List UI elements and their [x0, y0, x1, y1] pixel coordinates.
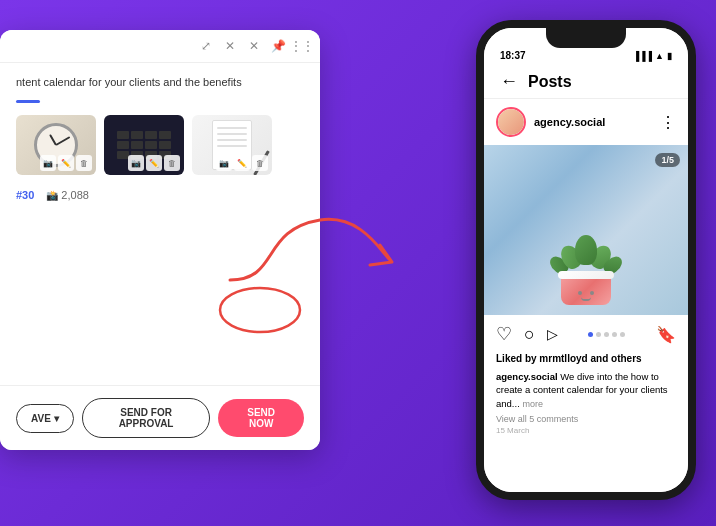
posts-title: Posts — [528, 73, 672, 91]
main-scene: ⤢ ✕ ✕ 📌 ⋮⋮ ntent calendar for your clien… — [0, 0, 716, 526]
send-now-button[interactable]: SEND NOW — [218, 399, 304, 437]
edit-icon-3[interactable]: ✏️ — [234, 155, 250, 171]
back-button[interactable]: ← — [500, 71, 518, 92]
more-options-icon[interactable]: ⋮ — [660, 113, 676, 132]
share-icon[interactable]: ▷ — [547, 326, 558, 342]
status-icons: ▐▐▐ ▲ ▮ — [633, 51, 672, 61]
image-clock: 📷 ✏️ 🗑 — [16, 115, 96, 175]
dot-4 — [612, 332, 617, 337]
phone-notch — [546, 28, 626, 48]
instagram-stat: 📸 2,088 — [46, 189, 89, 201]
carousel-dots — [570, 332, 644, 337]
post-caption: agency.social We dive into the how to cr… — [484, 368, 688, 414]
save-button[interactable]: AVE ▾ — [16, 404, 74, 433]
svg-point-0 — [220, 288, 300, 332]
desktop-toolbar: ⤢ ✕ ✕ 📌 ⋮⋮ — [0, 30, 320, 63]
pot-eye-left — [578, 291, 582, 295]
instagram-value: 2,088 — [61, 189, 89, 201]
dot-1 — [588, 332, 593, 337]
more-link[interactable]: more — [522, 399, 543, 409]
instagram-header: ← Posts — [484, 65, 688, 99]
leaf-center — [575, 235, 597, 265]
phone-screen: 18:37 ▐▐▐ ▲ ▮ ← Posts — [484, 28, 688, 492]
send-approval-button[interactable]: SEND FOR APPROVAL — [82, 398, 210, 438]
image-notebook: 📷 ✏️ 🗑 — [192, 115, 272, 175]
caption-username: agency.social — [496, 371, 558, 382]
post-header: agency.social ⋮ — [484, 99, 688, 145]
image-keyboard: 📷 ✏️ 🗑 — [104, 115, 184, 175]
edit-icon[interactable]: ✏️ — [58, 155, 74, 171]
heart-icon[interactable]: ♡ — [496, 323, 512, 345]
plant-illustration — [561, 275, 611, 305]
dot-3 — [604, 332, 609, 337]
delete-icon-3[interactable]: 🗑 — [252, 155, 268, 171]
pin-icon[interactable]: 📌 — [270, 38, 286, 54]
wifi-icon: ▲ — [655, 51, 664, 61]
pot-body — [561, 275, 611, 305]
hashtag-value: #30 — [16, 189, 34, 201]
connection-arrow — [200, 200, 420, 350]
delete-icon[interactable]: 🗑 — [76, 155, 92, 171]
comment-icon[interactable]: ○ — [524, 324, 535, 345]
post-image: 1/5 — [484, 145, 688, 315]
camera-icon-3[interactable]: 📷 — [216, 155, 232, 171]
desktop-footer: AVE ▾ SEND FOR APPROVAL SEND NOW — [0, 385, 320, 450]
pot-eyes — [578, 291, 594, 295]
avatar[interactable] — [496, 107, 526, 137]
delete-icon-2[interactable]: 🗑 — [164, 155, 180, 171]
status-time: 18:37 — [500, 50, 526, 61]
post-actions: ♡ ○ ▷ 🔖 — [484, 315, 688, 353]
edit-icon-2[interactable]: ✏️ — [146, 155, 162, 171]
view-comments[interactable]: View all 5 comments — [484, 414, 688, 426]
pot-eye-right — [590, 291, 594, 295]
image-overlay-icons: 📷 ✏️ 🗑 — [40, 155, 92, 171]
close-icon-1[interactable]: ✕ — [222, 38, 238, 54]
bookmark-icon[interactable]: 🔖 — [656, 325, 676, 344]
expand-icon[interactable]: ⤢ — [198, 38, 214, 54]
image-overlay-icons-3: 📷 ✏️ 🗑 — [216, 155, 268, 171]
hashtag-stat: #30 — [16, 189, 34, 201]
dot-5 — [620, 332, 625, 337]
image-counter: 1/5 — [655, 153, 680, 167]
camera-icon[interactable]: 📷 — [40, 155, 56, 171]
post-date: 15 March — [484, 426, 688, 435]
signal-icon: ▐▐▐ — [633, 51, 652, 61]
accent-bar — [16, 100, 40, 103]
image-overlay-icons-2: 📷 ✏️ 🗑 — [128, 155, 180, 171]
post-username[interactable]: agency.social — [534, 116, 660, 128]
instagram-icon: 📸 — [46, 190, 58, 201]
dot-2 — [596, 332, 601, 337]
battery-icon: ▮ — [667, 51, 672, 61]
image-row: 📷 ✏️ 🗑 📷 ✏️ 🗑 — [16, 115, 304, 175]
post-likes: Liked by mrmtlloyd and others — [484, 353, 688, 368]
desktop-title: ntent calendar for your clients and the … — [16, 75, 304, 90]
pot-smile — [581, 297, 591, 301]
close-icon-2[interactable]: ✕ — [246, 38, 262, 54]
phone-wrapper: 18:37 ▐▐▐ ▲ ▮ ← Posts — [476, 20, 696, 500]
grid-icon[interactable]: ⋮⋮ — [294, 38, 310, 54]
pot-face — [578, 291, 594, 301]
pot-rim — [558, 271, 614, 279]
camera-icon-2[interactable]: 📷 — [128, 155, 144, 171]
phone-mockup: 18:37 ▐▐▐ ▲ ▮ ← Posts — [476, 20, 696, 500]
